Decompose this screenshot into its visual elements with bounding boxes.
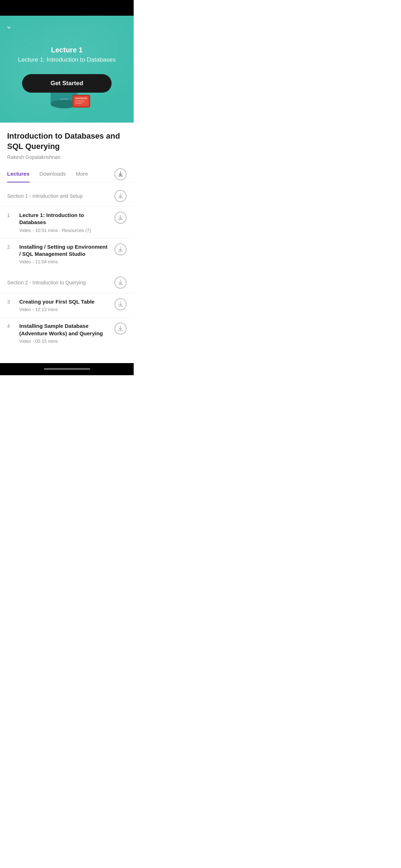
lecture-2-download-button[interactable]	[114, 243, 127, 255]
lecture-item-4[interactable]: 4 Installing Sample Database (Adventure …	[0, 317, 134, 349]
section-1-title: Section 1 - Introduction and Setup	[7, 193, 83, 199]
collapse-button[interactable]: ⌄	[6, 21, 12, 31]
download-icon	[118, 280, 123, 285]
download-icon	[118, 171, 123, 177]
section-1-header: Section 1 - Introduction and Setup	[0, 183, 134, 206]
chevron-down-icon: ⌄	[6, 21, 12, 30]
lecture-item-3[interactable]: 3 Creating your First SQL Table Video - …	[0, 293, 134, 317]
bottom-bar	[0, 363, 134, 375]
svg-rect-12	[75, 103, 82, 104]
section-2-download-button[interactable]	[114, 277, 127, 289]
home-indicator	[44, 368, 90, 370]
lecture-content-1: Lecture 1: Introduction to Databases Vid…	[15, 212, 114, 233]
lecture-title-4: Installing Sample Database (Adventure Wo…	[19, 322, 110, 337]
lecture-1-download-button[interactable]	[114, 212, 127, 224]
hero-lecture-subtitle: Lecture 1: Introduction to Databases	[18, 56, 115, 63]
lecture-content-4: Installing Sample Database (Adventure Wo…	[15, 322, 114, 344]
lecture-num-4: 4	[7, 322, 15, 329]
lecture-item-2[interactable]: 2 Installing / Setting up Environment / …	[0, 238, 134, 270]
tab-lectures[interactable]: Lectures	[7, 166, 30, 182]
lecture-item-1[interactable]: 1 Lecture 1: Introduction to Databases V…	[0, 206, 134, 238]
lecture-num-3: 3	[7, 298, 15, 305]
lecture-title-2: Installing / Setting up Environment / SQ…	[19, 243, 110, 258]
header-download-button[interactable]	[114, 168, 127, 180]
lecture-num-1: 1	[7, 212, 15, 218]
svg-rect-10	[75, 98, 87, 99]
lecture-title-1: Lecture 1: Introduction to Databases	[19, 212, 110, 226]
download-icon	[118, 193, 123, 199]
hero-lecture-label: Lecture 1	[18, 46, 115, 54]
lecture-num-2: 2	[7, 243, 15, 250]
get-started-button[interactable]: Get Started	[22, 74, 112, 93]
download-icon	[118, 326, 123, 331]
hero-section: ⌄ Lecture 1 Lecture 1: Introduction to D…	[0, 16, 134, 123]
section-2-header: Section 2 - Introduction to Querying	[0, 269, 134, 293]
lecture-meta-4: Video - 05:15 mins	[19, 339, 110, 344]
section-1-download-button[interactable]	[114, 190, 127, 202]
tab-more[interactable]: More	[76, 166, 88, 182]
lecture-content-3: Creating your First SQL Table Video - 12…	[15, 298, 114, 312]
course-title: Introduction to Databases and SQL Queryi…	[7, 131, 127, 151]
lecture-meta-3: Video - 12:13 mins	[19, 307, 110, 312]
svg-rect-11	[75, 100, 84, 102]
download-icon	[118, 301, 123, 307]
lecture-meta-2: Video - 11:04 mins	[19, 259, 110, 264]
lecture-3-download-button[interactable]	[114, 298, 127, 310]
section-2-title: Section 2 - Introduction to Querying	[7, 280, 86, 285]
download-icon	[118, 247, 123, 252]
lecture-title-3: Creating your First SQL Table	[19, 298, 110, 305]
download-icon	[118, 215, 123, 221]
lecture-4-download-button[interactable]	[114, 322, 127, 335]
hero-text: Lecture 1 Lecture 1: Introduction to Dat…	[18, 46, 115, 63]
status-bar	[0, 0, 134, 16]
course-info: Introduction to Databases and SQL Queryi…	[0, 123, 134, 160]
svg-rect-7	[60, 98, 68, 100]
lecture-list: Section 1 - Introduction and Setup 1 Lec…	[0, 183, 134, 363]
tab-downloads[interactable]: Downloads	[40, 166, 66, 182]
lecture-content-2: Installing / Setting up Environment / SQ…	[15, 243, 114, 265]
lecture-meta-1: Video - 10:51 mins - Resources (7)	[19, 228, 110, 233]
tabs-bar: Lectures Downloads More	[0, 166, 134, 183]
course-author: Rakesh Gopalakrishnan	[7, 154, 127, 160]
